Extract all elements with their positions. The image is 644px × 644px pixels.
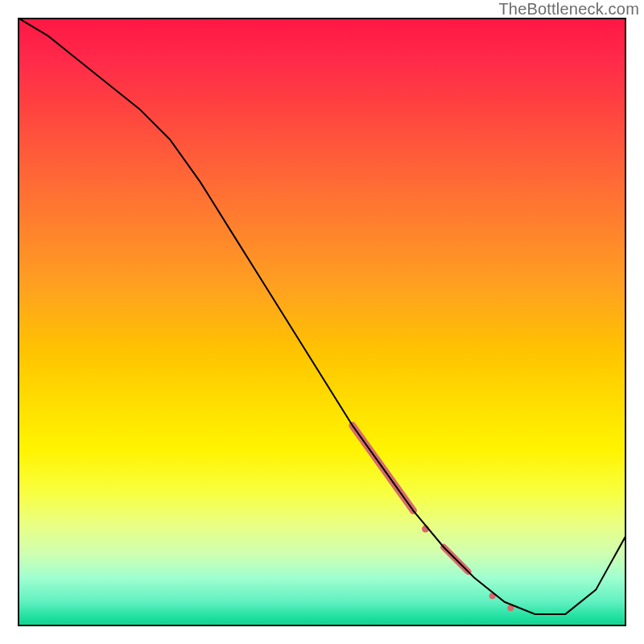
chart-container: TheBottleneck.com bbox=[0, 0, 644, 644]
bottleneck-curve bbox=[18, 18, 626, 614]
highlight-markers bbox=[353, 426, 514, 612]
chart-svg bbox=[18, 18, 626, 626]
plot-area bbox=[18, 18, 626, 626]
watermark-text: TheBottleneck.com bbox=[498, 0, 639, 19]
